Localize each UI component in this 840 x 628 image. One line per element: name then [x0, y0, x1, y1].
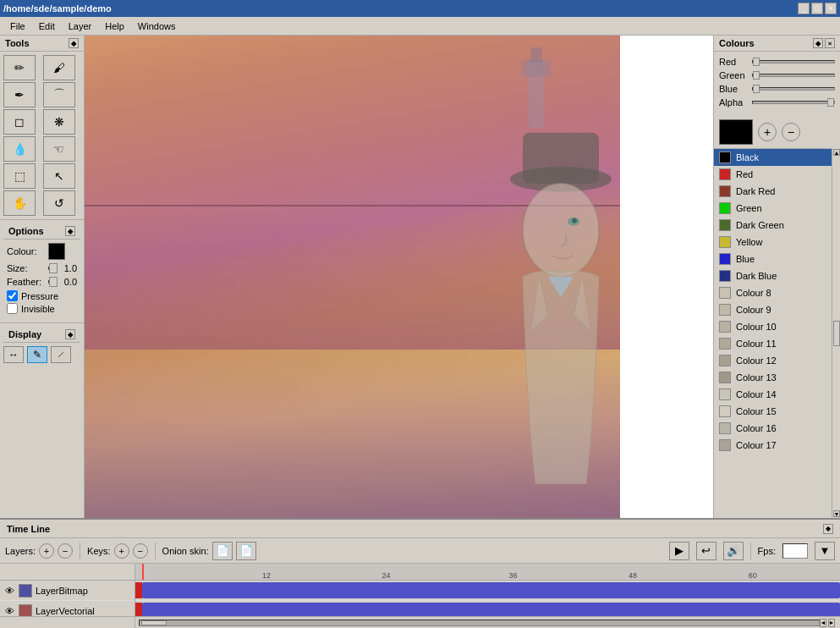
playhead[interactable] — [142, 564, 144, 580]
options-collapse-button[interactable]: ◆ — [65, 226, 75, 236]
display-icon-1[interactable]: ↔ — [3, 346, 24, 363]
maximize-button[interactable]: □ — [811, 3, 823, 14]
pen-tool[interactable]: ✒ — [3, 82, 36, 107]
sound-button[interactable]: 🔊 — [723, 542, 744, 560]
smudge-tool[interactable]: ❋ — [43, 109, 75, 135]
colours-rgb-section: Red Green Blue Alpha — [714, 52, 840, 116]
timeline-scroll-thumb[interactable] — [141, 620, 167, 625]
colours-scrollbar[interactable]: ▲ ▼ — [832, 148, 840, 518]
hand-tool[interactable]: ☜ — [43, 136, 75, 162]
timeline: Time Line ◆ Layers: + − Keys: + − Onion … — [0, 518, 840, 628]
play-button[interactable]: ▶ — [669, 542, 689, 560]
feather-value: 0.0 — [56, 277, 77, 287]
colours-scroll-down[interactable]: ▼ — [833, 510, 840, 517]
colour-item[interactable]: Dark Green — [714, 217, 832, 234]
onion-next-button[interactable]: 📄 — [236, 542, 256, 560]
move-tool[interactable]: ↖ — [43, 163, 75, 189]
fps-arrow-button[interactable]: ▼ — [815, 542, 835, 560]
feather-slider[interactable] — [48, 280, 52, 284]
colour-item[interactable]: Black — [714, 149, 832, 166]
colour-swatch[interactable] — [48, 243, 65, 260]
colour-item[interactable]: Dark Blue — [714, 267, 832, 284]
colour-item[interactable]: Colour 12 — [714, 352, 832, 369]
colour-item[interactable]: Colour 13 — [714, 369, 832, 386]
bitmap-track-row[interactable] — [135, 581, 840, 601]
select-tool[interactable]: ⬚ — [3, 163, 36, 189]
rotate-tool[interactable]: ↺ — [43, 190, 75, 216]
colours-option-button[interactable]: ◆ — [813, 38, 823, 48]
clock-tower — [529, 60, 544, 128]
tools-collapse-button[interactable]: ◆ — [69, 38, 79, 48]
bitmap-layer-visibility[interactable]: 👁 — [3, 585, 15, 597]
colour-item[interactable]: Colour 15 — [714, 403, 832, 420]
colour-add-button[interactable]: + — [758, 123, 777, 141]
vector-layer-visibility[interactable]: 👁 — [3, 605, 15, 617]
display-icons: ↔ ✎ ⟋ — [3, 346, 80, 363]
invisible-checkbox[interactable] — [7, 303, 18, 314]
close-button[interactable]: × — [825, 3, 837, 14]
window-controls[interactable]: _ □ × — [798, 3, 837, 14]
display-icon-2[interactable]: ✎ — [27, 346, 47, 363]
colour-item[interactable]: Dark Red — [714, 183, 832, 200]
vector-layer-label: 👁 LayerVectorial — [0, 601, 135, 616]
colour-item[interactable]: Colour 11 — [714, 335, 832, 352]
pan-tool[interactable]: ✋ — [3, 190, 36, 216]
colour-remove-button[interactable]: − — [782, 123, 800, 141]
timeline-collapse-button[interactable]: ◆ — [823, 524, 833, 534]
canvas-area[interactable] — [85, 36, 713, 518]
colour-item[interactable]: Colour 9 — [714, 301, 832, 318]
blue-slider[interactable] — [752, 87, 835, 91]
colour-item[interactable]: Colour 14 — [714, 386, 832, 403]
colour-item[interactable]: Green — [714, 200, 832, 217]
colour-item[interactable]: Colour 8 — [714, 284, 832, 301]
colour-item[interactable]: Yellow — [714, 234, 832, 251]
menu-layer[interactable]: Layer — [62, 19, 99, 33]
colour-item[interactable]: Colour 10 — [714, 318, 832, 335]
colours-scroll-up[interactable]: ▲ — [833, 149, 840, 156]
loop-button[interactable]: ↩ — [696, 542, 716, 560]
bitmap-layer-icon — [19, 584, 32, 598]
brush-tool[interactable]: 🖌 — [43, 55, 75, 80]
colour-item[interactable]: Colour 17 — [714, 437, 832, 454]
remove-layer-button[interactable]: − — [58, 543, 73, 559]
display-collapse-button[interactable]: ◆ — [65, 329, 75, 339]
colour-item[interactable]: Colour 16 — [714, 420, 832, 437]
display-icon-3[interactable]: ⟋ — [51, 346, 71, 363]
timeline-scroll-left[interactable]: ◄ — [820, 619, 826, 627]
lasso-tool[interactable]: ⌒ — [43, 82, 75, 107]
colour-item[interactable]: Blue — [714, 251, 832, 267]
options-header: Options ◆ — [3, 223, 80, 240]
green-slider[interactable] — [752, 74, 835, 77]
eraser-tool[interactable]: ◻ — [3, 109, 36, 135]
add-layer-button[interactable]: + — [39, 543, 54, 559]
colour-item-label: Dark Blue — [736, 271, 777, 281]
colours-close-button[interactable]: × — [825, 38, 835, 48]
colour-dot — [719, 439, 731, 451]
eyedropper-tool[interactable]: 💧 — [3, 136, 36, 162]
separator-3 — [750, 543, 751, 559]
menu-help[interactable]: Help — [98, 19, 131, 33]
timeline-scroll-right[interactable]: ► — [828, 619, 835, 627]
colours-scroll-thumb[interactable] — [833, 321, 840, 346]
pressure-checkbox[interactable] — [7, 290, 18, 301]
menu-edit[interactable]: Edit — [32, 19, 62, 33]
red-slider[interactable] — [752, 60, 835, 63]
layers-label: Layers: — [5, 546, 36, 556]
fps-input[interactable]: 12 — [782, 543, 808, 559]
menu-windows[interactable]: Windows — [131, 19, 183, 33]
remove-key-button[interactable]: − — [133, 543, 148, 559]
menu-file[interactable]: File — [3, 19, 32, 33]
alpha-slider[interactable] — [752, 101, 835, 104]
onion-prev-button[interactable]: 📄 — [212, 542, 233, 560]
add-key-button[interactable]: + — [114, 543, 129, 559]
colours-title: Colours — [719, 38, 755, 48]
size-slider[interactable] — [48, 267, 52, 270]
timeline-horizontal-scrollbar[interactable] — [139, 620, 820, 626]
colour-item-label: Colour 15 — [736, 406, 777, 416]
minimize-button[interactable]: _ — [798, 3, 810, 14]
colour-item[interactable]: Red — [714, 166, 832, 183]
vector-track-row[interactable] — [135, 601, 840, 616]
colour-preview — [719, 119, 753, 145]
pencil-tool[interactable]: ✏ — [3, 55, 36, 80]
keys-label: Keys: — [87, 546, 111, 556]
